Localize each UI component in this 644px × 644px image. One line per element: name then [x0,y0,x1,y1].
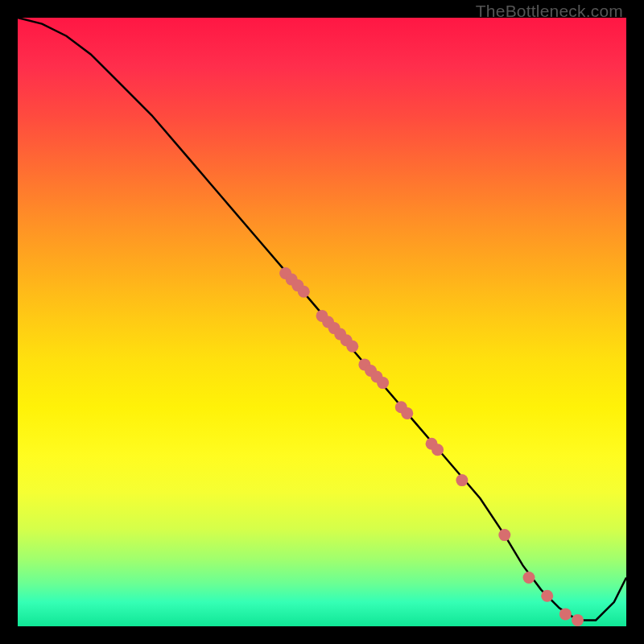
data-marker [498,529,510,541]
data-marker [377,377,389,389]
data-marker [431,444,444,456]
data-marker [401,407,413,419]
data-marker [298,286,310,298]
data-markers [279,267,584,626]
data-marker [541,590,553,602]
watermark-text: TheBottleneck.com [476,2,623,21]
data-marker [559,608,572,620]
data-marker [523,572,535,584]
chart-svg [18,18,626,626]
data-marker [456,474,468,486]
data-marker [572,614,584,626]
data-marker [346,341,358,353]
chart-plot-area [18,18,626,626]
